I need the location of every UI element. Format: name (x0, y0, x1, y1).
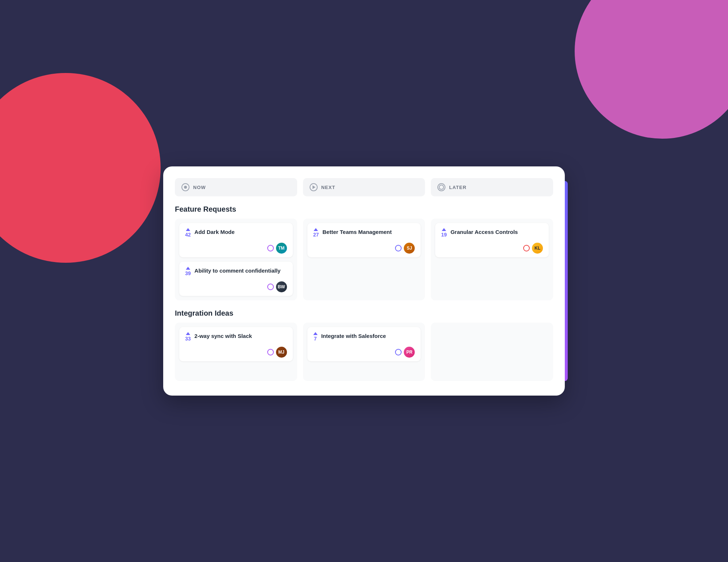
vote-area-teams: 27 (313, 228, 319, 238)
vote-area-slack: 33 (185, 332, 191, 342)
later-icon (437, 183, 445, 191)
vote-count-teams: 27 (313, 232, 319, 238)
now-icon (181, 183, 189, 191)
vote-count-comment: 39 (185, 270, 191, 276)
card-better-teams[interactable]: 27 Better Teams Management SJ (307, 223, 421, 257)
status-dot-granular (523, 245, 530, 251)
feature-requests-next-column: 27 Better Teams Management SJ (303, 219, 425, 300)
feature-requests-later-column: 19 Granular Access Controls KL (431, 219, 553, 300)
status-dot-teams (395, 245, 402, 251)
later-label: LATER (449, 185, 467, 190)
section-integration-ideas-grid: 33 2-way sync with Slack MJ (175, 323, 553, 381)
status-dot-comment (267, 284, 274, 290)
background-circle-pink (0, 73, 161, 263)
vote-area-comment: 39 (185, 267, 191, 276)
vote-count-salesforce: 7 (314, 336, 317, 342)
vote-area-granular: 19 (441, 228, 447, 238)
upvote-icon-comment (186, 267, 190, 270)
card-footer-slack: MJ (185, 347, 287, 358)
avatar-comment: BW (276, 281, 287, 292)
next-icon (310, 183, 318, 191)
columns-header: NOW NEXT LATER (175, 178, 553, 196)
avatar-dark-mode: TM (276, 243, 287, 254)
card-footer-salesforce: PR (313, 347, 415, 358)
card-salesforce[interactable]: 7 Integrate with Salesforce PR (307, 327, 421, 361)
card-footer-granular: KL (441, 243, 543, 254)
column-header-later: LATER (431, 178, 553, 196)
card-granular-access[interactable]: 19 Granular Access Controls KL (435, 223, 549, 257)
upvote-icon-granular (442, 228, 446, 231)
status-dot-salesforce (395, 349, 402, 355)
now-label: NOW (193, 185, 206, 190)
integration-now-column: 33 2-way sync with Slack MJ (175, 323, 297, 381)
card-title-slack: 2-way sync with Slack (195, 332, 287, 340)
card-footer-comment: BW (185, 281, 287, 292)
card-title-comment: Ability to comment confidentially (195, 267, 287, 274)
integration-next-column: 7 Integrate with Salesforce PR (303, 323, 425, 381)
card-title-dark-mode: Add Dark Mode (195, 228, 287, 236)
avatar-salesforce: PR (404, 347, 415, 358)
avatar-teams: SJ (404, 243, 415, 254)
upvote-icon-salesforce (313, 332, 318, 335)
vote-count-dark-mode: 42 (185, 232, 191, 238)
card-title-teams: Better Teams Management (322, 228, 415, 236)
integration-later-column-empty (431, 323, 553, 381)
upvote-icon-slack (186, 332, 190, 335)
vote-count-slack: 33 (185, 336, 191, 342)
upvote-icon-teams (314, 228, 318, 231)
background-circle-purple (575, 0, 728, 139)
status-dot-slack (267, 349, 274, 355)
vote-area-salesforce: 7 (313, 332, 318, 342)
status-dot-dark-mode (267, 245, 274, 251)
column-header-next: NEXT (303, 178, 425, 196)
card-footer-teams: SJ (313, 243, 415, 254)
card-slack-sync[interactable]: 33 2-way sync with Slack MJ (179, 327, 293, 361)
main-card: NOW NEXT LATER Feature Requests 42 Add D… (163, 166, 565, 396)
vote-area-dark-mode: 42 (185, 228, 191, 238)
card-title-salesforce: Integrate with Salesforce (321, 332, 415, 340)
card-title-granular: Granular Access Controls (451, 228, 543, 236)
feature-requests-now-column: 42 Add Dark Mode TM 39 (175, 219, 297, 300)
card-footer-dark-mode: TM (185, 243, 287, 254)
column-header-now: NOW (175, 178, 297, 196)
card-add-dark-mode[interactable]: 42 Add Dark Mode TM (179, 223, 293, 257)
next-label: NEXT (321, 185, 336, 190)
section-title-integration-ideas: Integration Ideas (175, 309, 553, 317)
section-title-feature-requests: Feature Requests (175, 205, 553, 213)
vote-count-granular: 19 (441, 232, 447, 238)
avatar-granular: KL (532, 243, 543, 254)
card-comment-confidentially[interactable]: 39 Ability to comment confidentially BW (179, 262, 293, 296)
upvote-icon-dark-mode (186, 228, 190, 231)
avatar-slack: MJ (276, 347, 287, 358)
section-feature-requests-grid: 42 Add Dark Mode TM 39 (175, 219, 553, 300)
